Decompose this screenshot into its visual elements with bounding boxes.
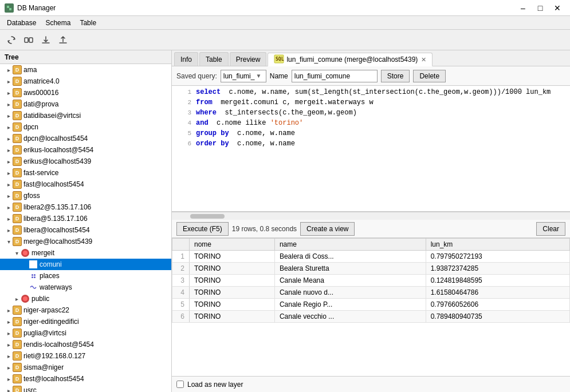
- tree-item-niger-editing[interactable]: ▸ D niger-editingedifici: [0, 316, 171, 327]
- tree-arrow-niger-editing[interactable]: ▸: [5, 319, 13, 325]
- tree-item-erikus-5439[interactable]: ▸ D erikus@localhost5439: [0, 156, 171, 167]
- code-text-6: order by c.nome, w.name: [196, 140, 295, 148]
- table-row[interactable]: 6 TORINO Canale vecchio ... 0.7894809407…: [172, 311, 570, 323]
- minimize-button[interactable]: –: [515, 2, 531, 14]
- tabs-bar: Info Table Preview SQL lun_fiumi_comune …: [172, 50, 570, 66]
- tree-arrow-dpcn-local[interactable]: ▸: [5, 136, 13, 142]
- tree-arrow-dpcn[interactable]: ▸: [5, 124, 13, 130]
- menu-schema[interactable]: Schema: [41, 18, 75, 28]
- maximize-button[interactable]: □: [532, 2, 548, 14]
- tab-info[interactable]: Info: [174, 52, 198, 66]
- tree-arrow-test[interactable]: ▸: [5, 376, 13, 382]
- tree-arrow-sisma[interactable]: ▸: [5, 365, 13, 371]
- tree-item-usrc[interactable]: ▸ D usrc: [0, 385, 171, 392]
- table-row[interactable]: 4 TORINO Canale nuovo d... 1.61580464786: [172, 287, 570, 299]
- tree-label-dati: dati@prova: [23, 100, 59, 108]
- table-row[interactable]: 2 TORINO Bealera Sturetta 1.93872374285: [172, 263, 570, 275]
- tree-item-fast-local[interactable]: ▸ D fast@localhost5454: [0, 179, 171, 190]
- tree-arrow-fast-service[interactable]: ▸: [5, 170, 13, 176]
- tab-query[interactable]: SQL lun_fiumi_comune (merge@localhost543…: [268, 53, 433, 66]
- tree-item-ama[interactable]: ▸ D ama: [0, 64, 171, 76]
- tab-table[interactable]: Table: [199, 52, 229, 66]
- tree-item-gfoss[interactable]: ▸ D gfoss: [0, 190, 171, 201]
- tree-arrow-niger-arpasc[interactable]: ▸: [5, 307, 13, 314]
- refresh-button[interactable]: [3, 33, 19, 47]
- tree-item-puglia[interactable]: ▸ D puglia@virtcsi: [0, 327, 171, 339]
- table-row[interactable]: 5 TORINO Canale Regio P... 0.79766052606: [172, 299, 570, 311]
- tree-arrow-erikus-5439[interactable]: ▸: [5, 159, 13, 165]
- execute-button[interactable]: Execute (F5): [176, 222, 229, 236]
- results-header-lun_km[interactable]: lun_km: [426, 239, 569, 251]
- tree-arrow-dati[interactable]: ▸: [5, 101, 13, 108]
- tree-arrow-usrc[interactable]: ▸: [5, 387, 13, 393]
- tree-arrow-ama[interactable]: ▸: [5, 67, 13, 73]
- download-button[interactable]: [38, 33, 54, 47]
- name-input[interactable]: [292, 70, 378, 82]
- tree-item-dpcn-local[interactable]: ▸ D dpcn@localhost5454: [0, 133, 171, 144]
- tree-item-libera-5135[interactable]: ▸ D libera@5.135.17.106: [0, 213, 171, 224]
- tree-item-test[interactable]: ▸ D test@localhost5454: [0, 373, 171, 385]
- tree-arrow-libera-5135[interactable]: ▸: [5, 216, 13, 222]
- tree-arrow-puglia[interactable]: ▸: [5, 330, 13, 336]
- table-row[interactable]: 3 TORINO Canale Meana 0.124819848595: [172, 275, 570, 287]
- tab-close-button[interactable]: ✕: [421, 56, 426, 64]
- tree-item-rendis[interactable]: ▸ D rendis-localhost@5454: [0, 339, 171, 350]
- tree-arrow-aws[interactable]: ▸: [5, 90, 13, 96]
- hscroll-thumb[interactable]: [190, 214, 225, 219]
- tree-item-amatrice[interactable]: ▸ D amatrice4.0: [0, 76, 171, 87]
- menu-table[interactable]: Table: [75, 18, 101, 28]
- tree-arrow-merge[interactable]: ▾: [5, 239, 13, 245]
- code-line-5: 5 group by c.nome, w.name: [172, 129, 570, 140]
- tree-arrow-rendis[interactable]: ▸: [5, 342, 13, 348]
- results-header-nome[interactable]: nome: [190, 239, 275, 251]
- upload-button[interactable]: [55, 33, 71, 47]
- delete-button[interactable]: Delete: [413, 70, 446, 82]
- tree-item-dpcn[interactable]: ▸ D dpcn: [0, 121, 171, 133]
- tree-item-erikus-5454[interactable]: ▸ D erikus-localhost@5454: [0, 144, 171, 156]
- row-num-cell: 6: [172, 311, 190, 323]
- tree-item-libera-local[interactable]: ▸ D libera@localhost5454: [0, 224, 171, 236]
- tree-arrow-gfoss[interactable]: ▸: [5, 193, 13, 199]
- saved-query-dropdown[interactable]: lun_fiumi_ ▼: [221, 70, 266, 82]
- create-view-button[interactable]: Create a view: [300, 222, 355, 236]
- tree-content[interactable]: ▸ D ama ▸ D amatrice4.0 ▸ D aws000016: [0, 64, 171, 392]
- results-table-container[interactable]: nome name lun_km 1 TORINO Bealera di Cos…: [172, 238, 570, 376]
- tree-item-rieti[interactable]: ▸ D rieti@192.168.0.127: [0, 350, 171, 362]
- titlebar-title: DB Manager: [17, 4, 56, 12]
- tree-arrow-amatrice[interactable]: ▸: [5, 78, 13, 85]
- tab-preview[interactable]: Preview: [230, 52, 267, 66]
- load-as-layer-checkbox[interactable]: [176, 381, 184, 388]
- tree-arrow-mergeit[interactable]: ▾: [13, 250, 21, 256]
- tree-arrow-rieti[interactable]: ▸: [5, 353, 13, 359]
- table-row[interactable]: 1 TORINO Bealera di Coss... 0.7979502721…: [172, 251, 570, 263]
- tree-arrow-libera-local[interactable]: ▸: [5, 227, 13, 233]
- tree-item-aws[interactable]: ▸ D aws000016: [0, 87, 171, 98]
- connect-button[interactable]: [21, 33, 37, 47]
- clear-button[interactable]: Clear: [536, 222, 565, 236]
- code-hscrollbar[interactable]: [172, 212, 570, 220]
- tree-item-public-schema[interactable]: ▸ public: [0, 293, 171, 304]
- tree-item-libera2[interactable]: ▸ D libera2@5.135.17.106: [0, 201, 171, 213]
- tree-item-datidibasei[interactable]: ▸ D datidibasei@virtcsi: [0, 110, 171, 121]
- tree-arrow-datidibasei[interactable]: ▸: [5, 113, 13, 119]
- close-button[interactable]: ✕: [549, 2, 565, 14]
- code-editor[interactable]: 1 select c.nome, w.name, sum(st_length(s…: [172, 86, 570, 212]
- results-header-name[interactable]: name: [274, 239, 426, 251]
- tree-arrow-erikus-5454[interactable]: ▸: [5, 147, 13, 153]
- tree-arrow-libera2[interactable]: ▸: [5, 204, 13, 211]
- tree-item-niger-arpasc[interactable]: ▸ D niger-arpasc22: [0, 304, 171, 316]
- tree-arrow-fast-local[interactable]: ▸: [5, 181, 13, 188]
- tree-item-dati[interactable]: ▸ D dati@prova: [0, 98, 171, 110]
- row-lunkm-cell: 0.797950272193: [426, 251, 569, 263]
- tree-item-waterways[interactable]: ▸ waterways: [0, 282, 171, 293]
- tree-item-fast-service[interactable]: ▸ D fast-service: [0, 167, 171, 179]
- tree-item-places[interactable]: ▸ places: [0, 270, 171, 282]
- tree-item-mergeit-schema[interactable]: ▾ mergeit: [0, 247, 171, 259]
- tree-item-sisma[interactable]: ▸ D sisma@niger: [0, 362, 171, 373]
- saved-query-value: lun_fiumi_: [223, 72, 255, 80]
- store-button[interactable]: Store: [381, 70, 410, 82]
- tree-item-comuni[interactable]: ▸ comuni: [0, 259, 171, 270]
- menu-database[interactable]: Database: [2, 18, 41, 28]
- tree-arrow-public[interactable]: ▸: [13, 296, 21, 302]
- tree-item-merge[interactable]: ▾ D merge@localhost5439: [0, 236, 171, 247]
